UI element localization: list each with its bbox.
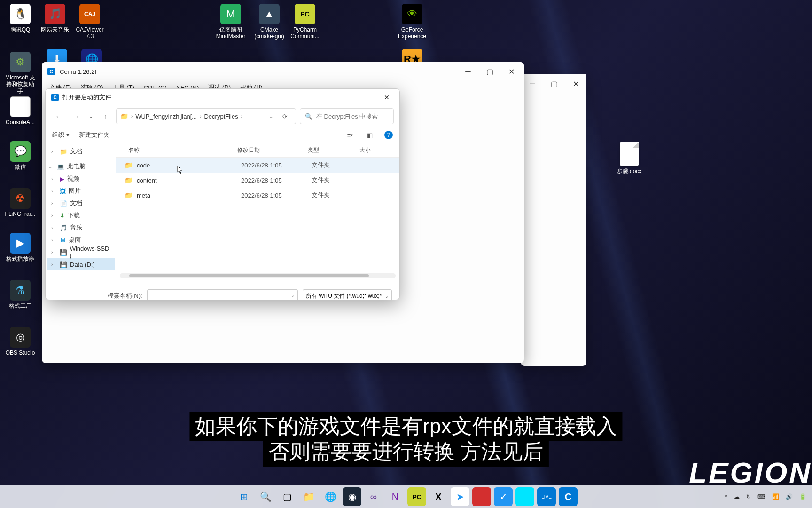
filename-input[interactable]: ⌄	[147, 289, 298, 300]
vs-button[interactable]: ∞	[364, 487, 383, 506]
cemu-icon: C	[47, 68, 55, 75]
tree-item[interactable]: ›🖥桌面	[47, 234, 115, 246]
task-view-button[interactable]: ▢	[278, 487, 297, 506]
tray-lang-icon[interactable]: ⌨	[757, 493, 765, 500]
app-blue-button[interactable]: ✓	[494, 487, 513, 506]
up-button[interactable]: ↑	[98, 109, 112, 123]
background-window: ─ ▢ ✕	[521, 74, 586, 366]
file-row-code[interactable]: 📁 code 2022/6/28 1:05 文件夹	[116, 158, 399, 173]
dialog-icon: C	[51, 94, 59, 101]
dialog-footer: 檔案名稱(N): ⌄ 所有 Wii U 文件 (*.wud;*.wux;* ⌄	[46, 285, 399, 300]
video-icon: ▶	[60, 175, 64, 183]
column-type[interactable]: 类型	[308, 146, 359, 154]
tray-wifi-icon[interactable]: 📶	[772, 493, 779, 500]
forward-button[interactable]: →	[69, 109, 83, 123]
app-arrow-button[interactable]: ➤	[451, 487, 469, 506]
breadcrumb[interactable]: 📁 › WUP_fengyinzhijian[... › DecryptFile…	[116, 108, 296, 124]
chevron-icon: ›	[51, 176, 57, 182]
app-red-button[interactable]	[472, 487, 491, 506]
view-list-icon[interactable]: ≡ ▾	[345, 130, 355, 140]
desktop-file-docx[interactable]: 步骤.docx	[613, 142, 646, 175]
breadcrumb-segment[interactable]: WUP_fengyinzhijian[...	[135, 113, 197, 120]
dialog-title-text: 打开要启动的文件	[62, 93, 111, 102]
tree-item[interactable]: ›🖼图片	[47, 185, 115, 197]
file-row-meta[interactable]: 📁 meta 2022/6/28 1:05 文件夹	[116, 188, 399, 203]
desktop-icon-player[interactable]: ▶格式播放器	[4, 233, 37, 262]
dropdown-icon[interactable]: ⌄	[267, 109, 275, 123]
pc-icon: 💻	[57, 163, 64, 170]
minimize-button[interactable]: ─	[457, 62, 479, 81]
desktop-icon-netease[interactable]: 🎵网易云音乐	[39, 4, 71, 33]
app-live-button[interactable]: LIVE	[537, 487, 556, 506]
desktop-icon-ms-support[interactable]: ⚙Microsoft 支持和恢复助手	[4, 52, 37, 95]
desktop-icon-fling[interactable]: ☢FLiNGTrai...	[4, 188, 37, 217]
onenote-button[interactable]: N	[386, 487, 405, 506]
tree-item-thispc[interactable]: ⌄💻此电脑	[47, 160, 115, 173]
tree-item-data-d[interactable]: ›💾Data (D:)	[47, 258, 115, 270]
desktop-icon-qq[interactable]: 🐧腾讯QQ	[4, 4, 37, 33]
tray-chevron-icon[interactable]: ^	[725, 493, 727, 500]
tree-item[interactable]: ›🎵音乐	[47, 222, 115, 234]
maximize-button[interactable]: ▢	[543, 74, 565, 93]
chevron-icon: ›	[51, 262, 57, 267]
back-button[interactable]: ←	[51, 109, 65, 123]
document-icon: 📄	[60, 200, 67, 207]
minimize-button[interactable]: ─	[522, 74, 543, 93]
tray-battery-icon[interactable]: 🔋	[799, 493, 806, 500]
search-button[interactable]: 🔍	[256, 487, 275, 506]
folder-icon: 📁	[120, 112, 128, 120]
cemu-titlebar[interactable]: C Cemu 1.26.2f ─ ▢ ✕	[42, 62, 524, 81]
column-name[interactable]: 名称	[120, 146, 237, 154]
steam-button[interactable]: ◉	[343, 487, 361, 506]
desktop-icon-pycharm[interactable]: PCPyCharm Communi...	[289, 4, 321, 40]
search-box[interactable]: 🔍	[300, 108, 394, 124]
tree-item[interactable]: ›⬇下载	[47, 209, 115, 222]
tray-cloud-icon[interactable]: ☁	[734, 493, 740, 500]
folder-icon: 📁	[125, 176, 133, 184]
cemu-taskbar-button[interactable]: C	[559, 487, 578, 506]
chevron-right-icon: ›	[200, 114, 201, 119]
desktop-icon-obs[interactable]: ◎OBS Studio	[4, 327, 37, 356]
desktop-icon-consolea[interactable]: ▢ConsoleA...	[4, 96, 37, 126]
desktop-icon-caj[interactable]: CAJCAJViewer 7.3	[73, 4, 106, 40]
file-row-content[interactable]: 📁 content 2022/6/28 1:05 文件夹	[116, 173, 399, 188]
help-icon[interactable]: ?	[384, 131, 393, 139]
tree-item[interactable]: ›▶视频	[47, 173, 115, 185]
desktop-icon-mindmaster[interactable]: M亿图脑图 MindMaster	[214, 4, 247, 40]
explorer-button[interactable]: 📁	[299, 487, 318, 506]
tray-volume-icon[interactable]: 🔊	[786, 493, 793, 500]
drive-icon: 💾	[60, 249, 67, 256]
desktop-icon-cmake[interactable]: ▲CMake (cmake-gui)	[253, 4, 286, 40]
refresh-button[interactable]: ⟳	[278, 109, 292, 123]
desktop-icon-geforce[interactable]: 👁GeForce Experience	[396, 4, 429, 40]
maximize-button[interactable]: ▢	[479, 62, 500, 81]
edge-button[interactable]: 🌐	[321, 487, 340, 506]
close-button[interactable]: ✕	[378, 90, 396, 104]
filetype-select[interactable]: 所有 Wii U 文件 (*.wud;*.wux;* ⌄	[303, 289, 392, 300]
organize-button[interactable]: 组织 ▾	[52, 131, 70, 139]
desktop-icon-wechat[interactable]: 💬微信	[4, 141, 37, 170]
breadcrumb-segment[interactable]: DecryptFiles	[204, 113, 238, 120]
dropdown-button[interactable]: ⌄	[87, 109, 94, 123]
close-button[interactable]: ✕	[500, 62, 522, 81]
tray-sync-icon[interactable]: ↻	[746, 493, 751, 500]
column-size[interactable]: 大小	[359, 146, 388, 154]
pycharm-button[interactable]: PC	[407, 487, 426, 506]
tree-item[interactable]: ›📄文档	[47, 197, 115, 209]
scrollbar-thumb[interactable]	[129, 274, 369, 277]
horizontal-scrollbar[interactable]	[120, 273, 396, 278]
desktop-icon-factory[interactable]: ⚗格式工厂	[4, 280, 37, 309]
search-input[interactable]	[316, 113, 395, 120]
preview-pane-icon[interactable]: ◧	[365, 130, 375, 140]
search-icon: 🔍	[305, 113, 312, 120]
tree-item[interactable]: ›💾Windows-SSD (	[47, 246, 115, 258]
app-x-button[interactable]: X	[429, 487, 448, 506]
app-neon-button[interactable]	[515, 487, 534, 506]
close-button[interactable]: ✕	[565, 74, 586, 93]
start-button[interactable]: ⊞	[234, 487, 253, 506]
column-date[interactable]: 修改日期	[237, 146, 308, 154]
dialog-titlebar[interactable]: C 打开要启动的文件 ✕	[46, 89, 399, 106]
tree-item[interactable]: ›📁文档	[47, 145, 115, 158]
new-folder-button[interactable]: 新建文件夹	[79, 131, 109, 139]
chevron-down-icon: ⌄	[385, 294, 389, 299]
